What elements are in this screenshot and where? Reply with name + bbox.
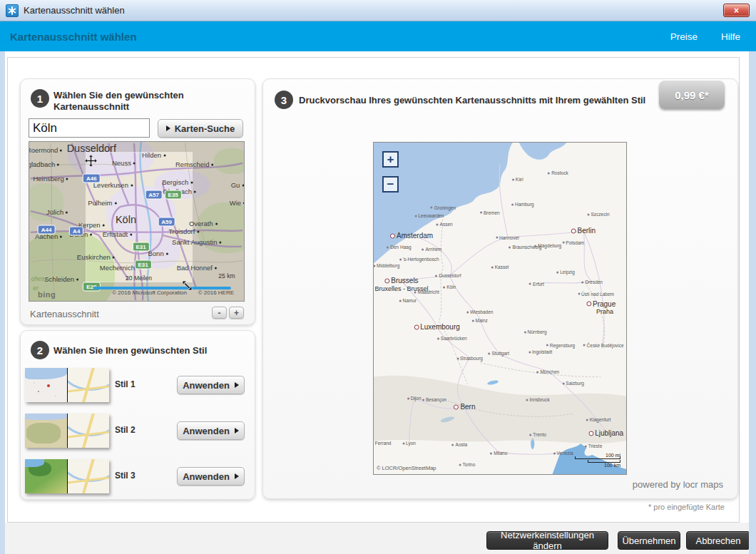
triangle-icon (235, 428, 239, 434)
step2-number-badge: 2 (31, 341, 49, 359)
content-page: 1 Wählen Sie den gewünschten Kartenaussc… (7, 57, 740, 523)
scale-bar-km (588, 462, 620, 463)
triangle-icon (166, 125, 170, 131)
city-label: 's-Hertogenbosch (399, 256, 439, 261)
road-badge: A57 (145, 190, 163, 199)
apply-label: Anwenden (183, 380, 230, 391)
road-badge: A44 (38, 225, 56, 234)
city-label: Den Haag (387, 245, 411, 250)
style2-thumbnail[interactable] (25, 414, 109, 448)
apply-label: Anwenden (183, 471, 230, 482)
map-search-label: Karten-Suche (175, 123, 235, 134)
city-label: Potsdam (562, 240, 584, 245)
city-label: Trieste (585, 443, 603, 448)
network-settings-button[interactable]: Netzwerkeinstellungen ändern (486, 531, 608, 550)
city-label: Bremen (480, 210, 500, 215)
style1-thumbnail[interactable] (25, 368, 109, 402)
road-badge: A59 (158, 217, 175, 226)
map-label: Hilden (142, 150, 165, 158)
header-bar: Kartenausschnitt wählen Preise Hilfe (0, 21, 756, 51)
panel-step1: 1 Wählen Sie den gewünschten Kartenaussc… (20, 78, 255, 325)
city-label: Hannover (496, 235, 519, 240)
map-label: Bonn (148, 250, 168, 257)
style1-label: Stil 1 (115, 379, 136, 389)
apply-style1-button[interactable]: Anwenden (177, 376, 245, 394)
city-label: Stuttgart (488, 351, 509, 356)
city-label: Kiel (512, 177, 523, 182)
city-label: Praha (596, 308, 613, 315)
map-selection-canvas[interactable]: RoermondDusseldorfHildenNeussRemscheidhe… (29, 141, 245, 302)
map-label: Wie (230, 198, 245, 206)
zoom-out-button[interactable]: - (212, 307, 227, 319)
style3-thumbnail[interactable] (25, 459, 109, 493)
zoom-in-button[interactable]: + (229, 307, 244, 319)
city-label: České Budějovice (583, 342, 624, 347)
city-label: Milano (490, 450, 507, 455)
move-cursor-icon[interactable] (85, 155, 97, 167)
preview-zoom-in-button[interactable]: + (382, 151, 399, 168)
scale-bar-mi (575, 458, 620, 459)
city-label: Berlin (571, 227, 596, 235)
city-label: Regensburg (546, 342, 575, 347)
city-label: Ingolstadt (528, 349, 552, 354)
apply-style2-button[interactable]: Anwenden (177, 421, 245, 440)
window-titlebar[interactable]: Kartenausschnitt wählen × (0, 0, 756, 21)
cancel-button[interactable]: Abbrechen (686, 531, 750, 550)
window-frame-right (749, 51, 756, 554)
road-badge: A46 (83, 174, 101, 183)
asterisk-icon (8, 6, 16, 15)
city-label: Ústí nad Labem (578, 291, 614, 296)
city-label: Mainz (472, 317, 488, 322)
city-label: Aosta (452, 442, 468, 447)
city-label: Wiesbaden (466, 309, 494, 314)
price-badge: 0,99 €* (659, 81, 725, 109)
resize-cursor-icon[interactable] (182, 280, 193, 291)
city-label: Trento (529, 432, 546, 437)
apply-style3-button[interactable]: Anwenden (177, 467, 245, 486)
street-map-preview (67, 459, 109, 493)
city-label: Namur (399, 297, 417, 302)
style3-label: Stil 3 (115, 471, 136, 481)
style-row-3: Stil 3 Anwenden (21, 459, 255, 493)
map-caption: Kartenausschnitt (30, 309, 99, 319)
city-label: Saarbrücken (437, 336, 467, 341)
city-label: Bern (454, 402, 475, 410)
city-label: Besançon (422, 397, 446, 402)
copyright-microsoft: © 2016 Microsoft Corporation (112, 289, 187, 295)
style-row-1: Stil 1 Anwenden (21, 368, 255, 402)
city-label: Dusseldorf (435, 273, 461, 278)
link-preise[interactable]: Preise (670, 31, 698, 42)
city-label: Assen (436, 221, 453, 226)
city-label: Klagenfurt (586, 417, 611, 422)
panel-step3: 3 Druckvorschau Ihres gewünschten Karten… (262, 78, 738, 499)
selection-mask (192, 153, 244, 282)
app-icon (6, 4, 19, 17)
apply-button[interactable]: Übernehmen (618, 531, 680, 550)
map-search-button[interactable]: Karten-Suche (158, 119, 243, 138)
print-preview-map[interactable]: KielRostockHamburgSzczecinBremenGroninge… (373, 142, 627, 475)
map-label: Köln (116, 214, 136, 225)
close-button[interactable]: × (723, 4, 750, 17)
scale-mi-label: 100 mi (575, 453, 620, 458)
search-input[interactable] (29, 118, 150, 138)
scale-km-label: 100 km (575, 463, 620, 468)
city-label: Kassel (491, 265, 509, 270)
step1-number-badge: 1 (31, 89, 49, 108)
map-label: Jülich (46, 208, 68, 216)
map-label: ohes (31, 275, 44, 282)
city-label: Venezia (553, 450, 573, 455)
map-label: Bad Honnef (177, 264, 217, 272)
city-label: Innsbruck (526, 397, 550, 402)
city-label: Ferrand (373, 440, 391, 445)
map-label: Heinsberg (33, 175, 68, 183)
map-label: Gu (231, 181, 245, 189)
link-hilfe[interactable]: Hilfe (721, 31, 740, 42)
step2-title: Wählen Sie Ihren gewünschten Stil (53, 345, 207, 356)
street-map-preview (67, 368, 109, 402)
map-attribution: © LOCR/OpenStreetMap (377, 465, 436, 471)
bing-logo: bing (38, 290, 56, 299)
city-label: Groningen (431, 205, 456, 210)
panel-step2: 2 Wählen Sie Ihren gewünschten Stil Stil… (20, 330, 255, 500)
preview-zoom-out-button[interactable]: − (382, 176, 399, 193)
map-label: Neuss (112, 158, 136, 166)
